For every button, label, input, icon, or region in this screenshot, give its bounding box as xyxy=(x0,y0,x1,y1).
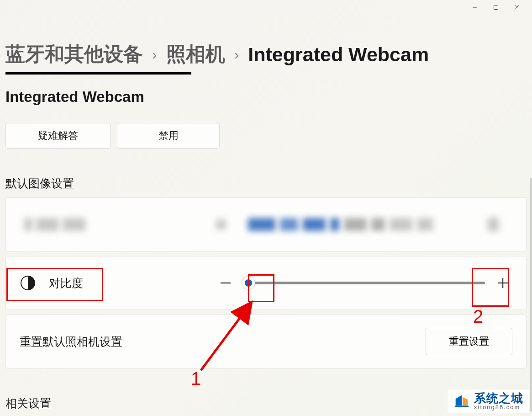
chevron-right-icon: › xyxy=(234,46,239,63)
contrast-slider-area xyxy=(216,273,512,293)
decrease-button[interactable] xyxy=(216,273,235,293)
reset-label: 重置默认照相机设置 xyxy=(20,334,122,349)
chevron-right-icon: › xyxy=(152,46,157,63)
breadcrumb-current: Integrated Webcam xyxy=(248,43,429,66)
breadcrumb-bluetooth[interactable]: 蓝牙和其他设备 xyxy=(5,41,143,68)
blurred-setting-card[interactable] xyxy=(5,197,527,251)
breadcrumb-camera[interactable]: 照相机 xyxy=(166,41,225,68)
minimize-button[interactable] xyxy=(464,0,485,15)
breadcrumb-underline xyxy=(5,72,191,75)
default-image-settings-heading: 默认图像设置 xyxy=(5,176,527,191)
close-button[interactable] xyxy=(506,0,527,15)
watermark-url: xitong86.com xyxy=(474,404,523,410)
watermark: 系统之城 xitong86.com xyxy=(447,389,529,413)
maximize-button[interactable] xyxy=(485,0,506,15)
contrast-icon xyxy=(20,275,36,291)
svg-rect-10 xyxy=(455,405,469,407)
contrast-label-group: 对比度 xyxy=(20,275,216,291)
breadcrumb: 蓝牙和其他设备 › 照相机 › Integrated Webcam xyxy=(5,41,527,68)
main-content: 蓝牙和其他设备 › 照相机 › Integrated Webcam Integr… xyxy=(0,41,532,411)
svg-rect-1 xyxy=(494,5,498,10)
reset-setting-card: 重置默认照相机设置 重置设置 xyxy=(5,315,527,368)
contrast-setting-card: 对比度 xyxy=(5,256,527,310)
contrast-slider[interactable] xyxy=(243,282,485,284)
contrast-label: 对比度 xyxy=(49,276,83,291)
titlebar xyxy=(0,0,532,18)
disable-button[interactable]: 禁用 xyxy=(117,123,220,149)
reset-button[interactable]: 重置设置 xyxy=(426,328,512,355)
watermark-title: 系统之城 xyxy=(474,392,523,404)
action-buttons: 疑难解答 禁用 xyxy=(5,123,527,149)
increase-button[interactable] xyxy=(493,273,512,293)
troubleshoot-button[interactable]: 疑难解答 xyxy=(5,123,111,149)
device-name-heading: Integrated Webcam xyxy=(5,88,527,106)
scrollbar[interactable] xyxy=(530,178,532,411)
watermark-logo-icon xyxy=(453,393,470,410)
slider-thumb[interactable] xyxy=(242,276,255,290)
